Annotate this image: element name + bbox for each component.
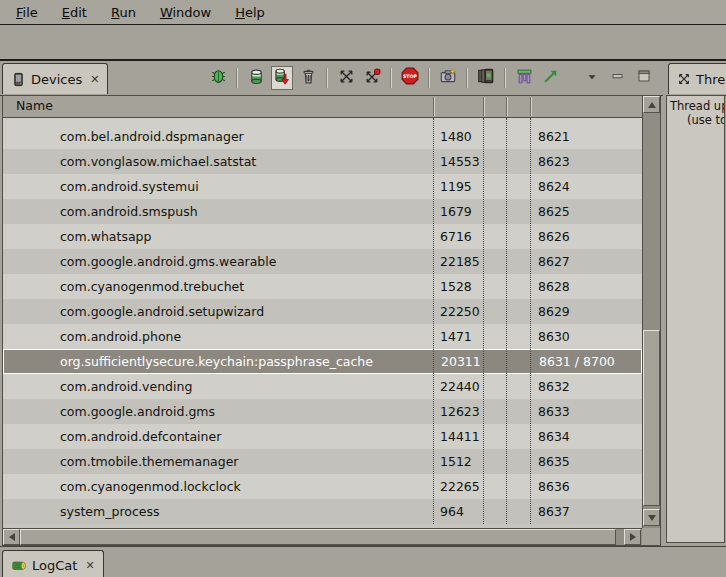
- port-cell: 8631 / 8700: [539, 350, 615, 373]
- logcat-strip: LogCat ✕: [0, 546, 726, 577]
- device-screens-icon: [477, 67, 495, 89]
- process-row[interactable]: com.cyanogenmod.trebuchet15288628: [3, 274, 642, 299]
- column-separator[interactable]: [530, 97, 532, 116]
- menu-edit[interactable]: Edit: [50, 3, 99, 22]
- device-icon: [11, 72, 26, 87]
- process-row[interactable]: com.tmobile.thememanager15128635: [3, 449, 642, 474]
- tab-logcat[interactable]: LogCat ✕: [2, 550, 104, 577]
- column-header-name[interactable]: Name: [16, 96, 53, 116]
- port-cell: 8621: [538, 124, 570, 149]
- menu-run[interactable]: Run: [99, 3, 148, 22]
- debug-process-button[interactable]: [207, 66, 229, 90]
- dump-hprof-button[interactable]: [271, 66, 293, 90]
- ddms-window: { "menu": { "items": ["File", "Edit", "R…: [0, 0, 726, 577]
- hprof-icon: [273, 67, 292, 90]
- up-arrow-icon: [648, 102, 656, 108]
- main-toolbar: [0, 25, 726, 61]
- tab-devices-label: Devices: [31, 72, 82, 87]
- cause-gc-button[interactable]: [297, 66, 319, 90]
- process-name-cell: com.cyanogenmod.trebuchet: [60, 274, 244, 299]
- device-screen-view-button[interactable]: [475, 66, 497, 90]
- tab-devices[interactable]: Devices ✕: [2, 63, 108, 94]
- menu-help[interactable]: Help: [223, 3, 277, 22]
- process-name-cell: com.google.android.setupwizard: [60, 299, 264, 324]
- process-row[interactable]: com.google.android.gms126238633: [3, 399, 642, 424]
- pid-cell: 22440: [440, 374, 480, 399]
- port-cell: 8636: [538, 474, 570, 499]
- vertical-scroll-thumb[interactable]: [643, 330, 660, 506]
- hierarchy-icon: [516, 68, 533, 89]
- tab-logcat-label: LogCat: [32, 558, 77, 573]
- process-row[interactable]: com.vonglasow.michael.satstat145538623: [3, 149, 642, 174]
- screen-capture-button[interactable]: [437, 66, 459, 90]
- column-separator[interactable]: [483, 97, 485, 116]
- right-arrow-icon: [630, 533, 636, 541]
- svg-text:STOP: STOP: [403, 74, 418, 79]
- pid-cell: 1512: [440, 449, 472, 474]
- process-table-body: com.bel.android.dspmanager14808621com.vo…: [3, 118, 642, 530]
- scroll-up-button[interactable]: [643, 96, 660, 113]
- pid-cell: 1480: [440, 124, 472, 149]
- vertical-scrollbar[interactable]: [642, 96, 660, 528]
- process-row[interactable]: com.bel.android.dspmanager14808621: [3, 124, 642, 149]
- process-row[interactable]: com.android.smspush16798625: [3, 199, 642, 224]
- process-name-cell: com.google.android.gms: [60, 399, 215, 424]
- pid-cell: 12623: [440, 399, 480, 424]
- scrollbar-corner: [642, 528, 660, 545]
- toolbar-separator: [428, 68, 430, 88]
- scroll-down-button[interactable]: [643, 509, 660, 526]
- pid-cell: 1679: [440, 199, 472, 224]
- chevron-down-icon: [585, 69, 599, 88]
- process-row[interactable]: com.google.android.setupwizard222508629: [3, 299, 642, 324]
- port-cell: 8637: [538, 499, 570, 524]
- process-row[interactable]: com.whatsapp67168626: [3, 224, 642, 249]
- scroll-right-button[interactable]: [624, 529, 641, 545]
- tab-logcat-close-icon[interactable]: ✕: [85, 560, 94, 571]
- maximize-icon: [636, 68, 652, 88]
- column-separator[interactable]: [433, 97, 435, 116]
- devices-panel: Devices ✕ STOP Name com.bel.android.dspm…: [0, 61, 663, 546]
- menu-window[interactable]: Window: [148, 3, 223, 22]
- column-separator[interactable]: [506, 97, 508, 116]
- horizontal-scrollbar[interactable]: [3, 528, 642, 545]
- minimize-button[interactable]: [607, 66, 629, 90]
- port-cell: 8626: [538, 224, 570, 249]
- update-heap-button[interactable]: [245, 66, 267, 90]
- minimize-icon: [610, 68, 626, 88]
- port-cell: 8627: [538, 249, 570, 274]
- toolbar-separator: [326, 68, 328, 88]
- threads-icon: [677, 72, 691, 86]
- table-header[interactable]: Name: [3, 96, 642, 118]
- menu-file[interactable]: File: [4, 3, 50, 22]
- maximize-button[interactable]: [633, 66, 655, 90]
- systrace-button[interactable]: [539, 66, 561, 90]
- process-name-cell: com.android.vending: [60, 374, 192, 399]
- view-menu-button[interactable]: [581, 66, 603, 90]
- process-row[interactable]: com.android.vending224408632: [3, 374, 642, 399]
- stop-process-button[interactable]: STOP: [399, 66, 421, 90]
- tab-threads[interactable]: Threads: [668, 63, 726, 94]
- process-row[interactable]: com.android.defcontainer144118634: [3, 424, 642, 449]
- toolbar-separator: [466, 68, 468, 88]
- threads-tabstrip: Threads: [666, 61, 726, 96]
- pid-cell: 6716: [440, 224, 472, 249]
- process-row[interactable]: com.android.phone14718630: [3, 324, 642, 349]
- process-row-selected[interactable]: org.sufficientlysecure.keychain:passphra…: [3, 349, 642, 374]
- process-row[interactable]: com.cyanogenmod.lockclock222658636: [3, 474, 642, 499]
- process-row[interactable]: com.google.android.gms.wearable221858627: [3, 249, 642, 274]
- process-name-cell: com.android.phone: [60, 324, 181, 349]
- scroll-left-button[interactable]: [3, 529, 20, 545]
- port-cell: 8625: [538, 199, 570, 224]
- update-threads-button[interactable]: [335, 66, 357, 90]
- process-row[interactable]: com.android.systemui11958624: [3, 174, 642, 199]
- process-row[interactable]: system_process9648637: [3, 499, 642, 524]
- port-cell: 8623: [538, 149, 570, 174]
- pid-cell: 964: [440, 499, 464, 524]
- horizontal-scroll-thumb[interactable]: [20, 529, 616, 545]
- trash-icon: [300, 68, 317, 89]
- process-name-cell: com.whatsapp: [60, 224, 151, 249]
- hierarchy-view-button[interactable]: [513, 66, 535, 90]
- pid-cell: 1471: [440, 324, 472, 349]
- tab-devices-close-icon[interactable]: ✕: [90, 74, 99, 85]
- start-method-profiling-button[interactable]: [361, 66, 383, 90]
